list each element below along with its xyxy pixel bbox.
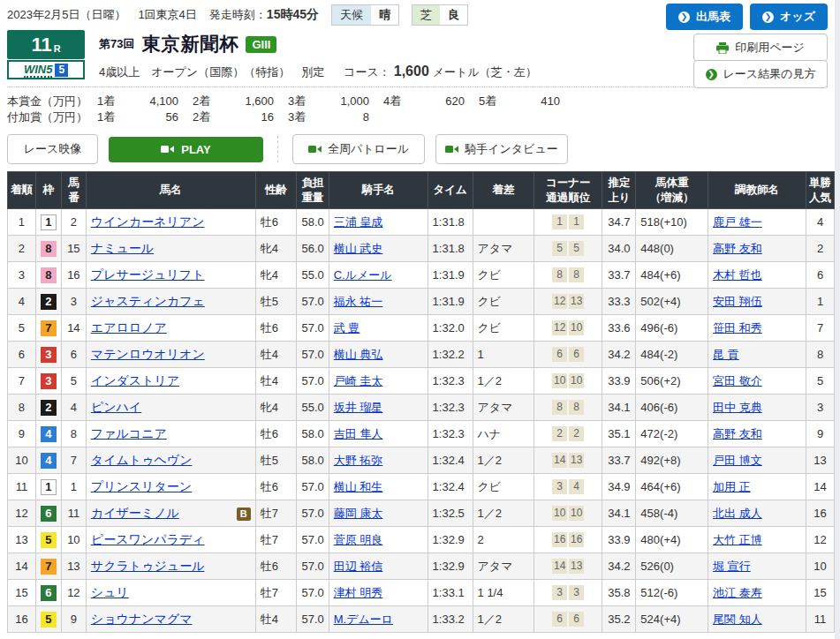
jockey-link[interactable]: 菅原 明良: [334, 533, 383, 546]
corner-position: 1: [552, 214, 567, 229]
trainer-link[interactable]: 高野 友和: [713, 427, 762, 440]
odds-button[interactable]: ❯オッズ: [750, 4, 828, 30]
horse-name-link[interactable]: ピースワンパラディ: [91, 532, 205, 546]
print-page-button[interactable]: 印刷用ページ: [693, 34, 828, 62]
corner-order-cell: 33: [534, 580, 602, 606]
trainer-cell: 笹田 和秀: [708, 315, 806, 342]
patrol-video-button[interactable]: 全周パトロール: [292, 134, 425, 164]
horse-name-link[interactable]: ショウナンマグマ: [91, 612, 193, 626]
corner-position: 6: [552, 347, 567, 362]
body-weight-cell: 480(+4): [636, 527, 708, 553]
jockey-interview-button[interactable]: 騎手インタビュー: [435, 134, 568, 164]
horse-name-link[interactable]: ピンハイ: [91, 400, 141, 414]
waku-cell: 6: [35, 500, 61, 527]
horse-name-link[interactable]: マテンロウオリオン: [91, 347, 205, 361]
trainer-link[interactable]: 池江 泰寿: [713, 586, 762, 599]
horse-name-link[interactable]: プレサージュリフト: [91, 267, 205, 282]
patrol-video-label: 全周パトロール: [328, 141, 409, 157]
horse-name-link[interactable]: ファルコニア: [91, 426, 167, 440]
jockey-cell: M.デムーロ: [329, 606, 428, 633]
jockey-cell: 横山 武史: [329, 236, 428, 262]
body-weight-cell: 484(-2): [636, 342, 708, 368]
page: 2023年2月5日（日曜） 1回東京4日 発走時刻：15時45分 天候 晴 芝 …: [0, 0, 835, 639]
jockey-link[interactable]: 戸崎 圭太: [334, 374, 383, 387]
prize-section: 本賞金（万円） 1着4,100 2着1,600 3着1,000 4着620 5着…: [7, 94, 835, 125]
column-header: 着順: [8, 172, 36, 209]
trainer-link[interactable]: 高野 友和: [713, 242, 762, 255]
horse-name-link[interactable]: プリンスリターン: [91, 479, 192, 493]
trainer-link[interactable]: 大竹 正博: [713, 533, 762, 546]
jockey-link[interactable]: C.ルメール: [334, 268, 392, 282]
horse-name-link[interactable]: タイムトゥヘヴン: [91, 453, 193, 467]
trainer-link[interactable]: 笹田 和秀: [713, 321, 762, 335]
jockey-link[interactable]: 吉田 隼人: [334, 427, 383, 440]
corner-position: 5: [569, 241, 584, 256]
trainer-link[interactable]: 戸田 博文: [713, 454, 762, 467]
jockey-link[interactable]: 藤岡 康太: [334, 507, 383, 520]
corner-position: 6: [569, 612, 584, 627]
trainer-link[interactable]: 木村 哲也: [713, 268, 762, 282]
horse-name-link[interactable]: シュリ: [91, 585, 129, 599]
horse-name-cell: ウインカーネリアン: [86, 209, 255, 236]
horse-name-cell: シュリ: [86, 580, 255, 606]
corner-position: 1: [569, 214, 584, 229]
jockey-link[interactable]: 大野 拓弥: [334, 454, 383, 467]
load-weight-cell: 57.0: [297, 553, 329, 580]
shutsuba-button[interactable]: ❯出馬表: [666, 4, 743, 30]
jockey-cell: 田辺 裕信: [329, 553, 428, 580]
horse-name-link[interactable]: ナミュール: [91, 241, 154, 255]
column-header: 馬 番: [61, 172, 86, 209]
horse-name-link[interactable]: ジャスティンカフェ: [91, 294, 205, 308]
jockey-link[interactable]: 福永 祐一: [334, 295, 383, 308]
trainer-cell: 北出 成人: [708, 500, 806, 527]
jockey-link[interactable]: 横山 典弘: [334, 348, 383, 361]
horse-number-cell: 3: [61, 289, 86, 315]
race-title-block: 第73回 東京新聞杯 GIII 4歳以上 オープン（国際）（特指） 別定 コース…: [99, 30, 537, 80]
jockey-link[interactable]: 坂井 瑠星: [334, 401, 383, 414]
column-header: 枠: [35, 172, 61, 209]
sex-age-cell: 牡7: [255, 500, 297, 527]
trainer-link[interactable]: 昆 貢: [713, 348, 739, 361]
trainer-link[interactable]: 田中 克典: [713, 401, 762, 414]
sex-age-cell: 牡4: [255, 368, 297, 395]
video-camera-icon: [308, 145, 322, 154]
horse-name-cell: カイザーミノルB: [86, 500, 255, 527]
horse-name-link[interactable]: インダストリア: [91, 373, 179, 387]
corner-position: 13: [569, 294, 584, 309]
horse-name-link[interactable]: カイザーミノル: [91, 506, 179, 520]
trainer-link[interactable]: 宮田 敬介: [713, 374, 762, 387]
horse-name-link[interactable]: エアロロノア: [91, 320, 167, 335]
trainer-link[interactable]: 加用 正: [713, 480, 751, 493]
horse-name-link[interactable]: サクラトゥジュール: [91, 559, 205, 573]
horse-name-link[interactable]: ウインカーネリアン: [91, 214, 205, 229]
jockey-link[interactable]: 横山 武史: [334, 242, 383, 255]
trainer-link[interactable]: 北出 成人: [713, 507, 762, 520]
result-guide-button[interactable]: ❯ レース結果の見方: [693, 60, 828, 88]
trainer-link[interactable]: 尾関 知人: [713, 613, 762, 626]
rank-cell: 15: [8, 580, 36, 606]
jockey-link[interactable]: 横山 和生: [334, 480, 383, 493]
jockey-link[interactable]: 津村 明秀: [334, 586, 383, 599]
win5-number: 5: [55, 64, 68, 77]
trainer-link[interactable]: 鹿戸 雄一: [713, 215, 762, 229]
corner-position: 13: [569, 453, 584, 468]
jockey-link[interactable]: M.デムーロ: [334, 613, 393, 626]
race-video-button[interactable]: レース映像: [7, 134, 98, 164]
play-button[interactable]: PLAY: [109, 137, 263, 162]
trainer-cell: 高野 友和: [708, 236, 806, 262]
corner-order-cell: 66: [534, 342, 602, 368]
body-weight-cell: 484(+6): [636, 262, 708, 289]
column-header: 単勝 人気: [806, 172, 834, 209]
time-cell: 1:32.3: [428, 421, 473, 447]
jockey-link[interactable]: 三浦 皇成: [334, 215, 383, 229]
trainer-link[interactable]: 堀 宣行: [713, 560, 751, 573]
prize-value: 4,100: [129, 94, 178, 109]
trainer-link[interactable]: 安田 翔伍: [713, 295, 762, 308]
jockey-link[interactable]: 田辺 裕信: [334, 560, 383, 573]
rank-cell: 1: [8, 209, 36, 236]
prize-value: 1,000: [320, 94, 369, 109]
column-header: 性齢: [255, 172, 297, 209]
jockey-link[interactable]: 武 豊: [334, 321, 360, 335]
corner-order-cell: 11: [534, 209, 602, 236]
horse-number-cell: 11: [61, 500, 86, 527]
